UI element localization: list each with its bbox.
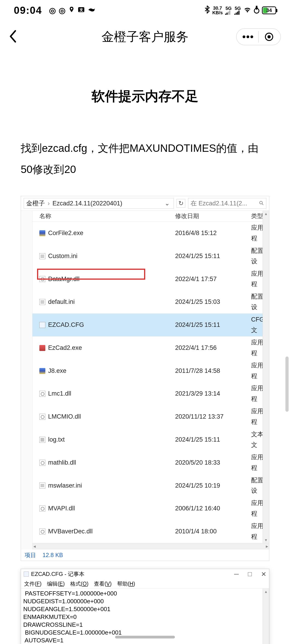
file-date: 2024/1/25 15:11: [175, 320, 251, 330]
file-row[interactable]: mathlib.dll2020/5/20 18:33应用程: [33, 451, 269, 474]
file-row[interactable]: MVAPI.dll2006/1/12 16:40应用程: [33, 497, 269, 520]
address-dropdown-icon[interactable]: ⌄: [163, 200, 171, 207]
breadcrumb[interactable]: 金橙子 › Ezcad2.14.11(20220401) ⌄: [24, 198, 174, 208]
file-name: Custom.ini: [48, 251, 78, 262]
file-row[interactable]: log.txt2024/1/25 15:11文本文: [33, 428, 269, 451]
net-rate: 30.7 KB/s: [212, 6, 223, 15]
page-scrollbar[interactable]: [285, 356, 288, 412]
status-left: 09:04 ◎ ◎ 支: [14, 4, 96, 16]
file-icon: [39, 528, 45, 534]
file-date: 2006/1/12 16:40: [175, 503, 251, 514]
text-line: NUDGEANGLE=1.500000e+001: [23, 605, 267, 613]
file-icon: [39, 230, 45, 236]
file-icon: [39, 506, 45, 512]
menu-edit[interactable]: 编辑(E): [47, 580, 65, 588]
file-date: 2021/3/29 13:14: [175, 388, 251, 399]
status-right: 30.7 KB/s 5G 5G 34: [204, 5, 276, 16]
svg-text:支: 支: [79, 7, 83, 12]
file-date: 2024/1/25 15:11: [175, 434, 251, 445]
scrollbar-vertical[interactable]: ▴ ▾: [263, 211, 269, 543]
footer-label: 项目: [25, 552, 36, 558]
maximize-button[interactable]: □: [248, 570, 252, 578]
minimize-button[interactable]: ─: [234, 570, 239, 578]
back-button[interactable]: [9, 30, 17, 44]
scroll-up-icon[interactable]: ▴: [265, 211, 267, 216]
header-actions: [236, 28, 281, 45]
col-name[interactable]: 名称: [33, 212, 175, 220]
file-date: 2011/7/28 14:58: [175, 366, 251, 376]
file-row[interactable]: CorFile2.exe2016/4/8 15:12应用程: [33, 222, 269, 245]
file-name: J8.exe: [48, 366, 67, 376]
file-row[interactable]: MVBaverDec.dll2010/1/4 18:00应用程: [33, 520, 269, 543]
explorer-search[interactable]: 在 Ezcad2.14.11(2...: [188, 198, 266, 208]
file-name: log.txt: [48, 434, 65, 445]
scrollbar-horizontal[interactable]: ◂ ▸: [33, 543, 269, 550]
file-row[interactable]: EZCAD.CFG2024/1/25 15:11CFG 文: [33, 314, 269, 336]
file-date: 2022/4/1 17:57: [175, 274, 251, 284]
text-line: ENMARKMUTEX=0: [23, 613, 267, 621]
crumb-sep: ›: [48, 200, 50, 207]
location-icon: [68, 6, 75, 15]
menu-file[interactable]: 文件(F): [24, 580, 42, 588]
file-icon: [39, 322, 45, 328]
file-icon: [39, 391, 45, 397]
battery-pct: 34: [266, 7, 272, 13]
home-indicator[interactable]: [115, 636, 175, 638]
charging-icon: [254, 6, 260, 15]
app-icon-3: 支: [78, 6, 85, 15]
text-line: NUDGEDIST=1.000000e+000: [23, 597, 267, 605]
signal-2: 5G: [234, 6, 241, 15]
file-date: 2024/1/25 10:19: [175, 480, 251, 491]
explorer-address-bar: 金橙子 › Ezcad2.14.11(20220401) ⌄ ↻ 在 Ezcad…: [21, 196, 269, 211]
file-name: mswlaser.ini: [48, 480, 82, 491]
text-line: BIGNUDGESCALE=1.000000e+001: [23, 628, 267, 636]
explorer-footer: 项目 12.8 KB: [21, 550, 269, 561]
file-name: mathlib.dll: [48, 458, 76, 468]
col-date[interactable]: 修改日期: [175, 212, 251, 220]
file-row[interactable]: Lmc1.dll2021/3/29 13:14应用程: [33, 382, 269, 405]
explorer-screenshot: 金橙子 › Ezcad2.14.11(20220401) ⌄ ↻ 在 Ezcad…: [21, 196, 269, 561]
scroll-right-icon[interactable]: ▸: [266, 544, 268, 549]
file-date: 2024/1/25 15:03: [175, 297, 251, 307]
crumb-1[interactable]: 金橙子: [26, 199, 45, 208]
svg-point-7: [267, 35, 271, 38]
explorer-main: 名称 修改日期 类型 CorFile2.exe2016/4/8 15:12应用程…: [33, 211, 269, 550]
np-scrollbar-vertical[interactable]: ▴ ▾: [263, 588, 269, 644]
refresh-button[interactable]: ↻: [177, 199, 185, 208]
scroll-down-icon[interactable]: ▾: [265, 538, 267, 542]
notepad-screenshot: EZCAD.CFG - 记事本 ─ □ ✕ 文件(F) 编辑(E) 格式(O) …: [21, 569, 269, 644]
window-buttons: ─ □ ✕: [234, 570, 266, 578]
menu-format[interactable]: 格式(O): [70, 580, 88, 588]
scroll-up-icon[interactable]: ▴: [265, 589, 267, 594]
file-name: MVAPI.dll: [48, 503, 75, 514]
crumb-2[interactable]: Ezcad2.14.11(20220401): [53, 200, 122, 207]
file-date: 2022/4/1 17:56: [175, 343, 251, 353]
signal-2-label: 5G: [235, 6, 241, 10]
file-date: 2016/4/8 15:12: [175, 228, 251, 238]
footer-size: 12.8 KB: [43, 552, 63, 558]
notepad-menu: 文件(F) 编辑(E) 格式(O) 查看(V) 帮助(H): [21, 579, 269, 588]
file-icon: [39, 368, 45, 374]
app-header: 金橙子客户服务: [0, 21, 290, 53]
file-icon: [39, 276, 45, 282]
menu-view[interactable]: 查看(V): [94, 580, 112, 588]
app-icon-2: ◎: [59, 6, 66, 15]
close-window-button[interactable]: ✕: [261, 570, 266, 578]
scroll-left-icon[interactable]: ◂: [33, 544, 36, 549]
file-row[interactable]: DataMgr.dll2022/4/1 17:57应用程: [33, 268, 269, 291]
file-date: 2020/5/20 18:33: [175, 458, 251, 468]
file-row[interactable]: mswlaser.ini2024/1/25 10:19配置设: [33, 474, 269, 497]
explorer-sidebar: [21, 211, 33, 550]
file-row[interactable]: EzCad2.exe2022/4/1 17:56应用程: [33, 336, 269, 360]
battery-icon: 34: [262, 6, 276, 14]
menu-help[interactable]: 帮助(H): [117, 580, 135, 588]
file-icon: [39, 253, 45, 259]
file-row[interactable]: J8.exe2011/7/28 14:58应用程: [33, 360, 269, 382]
file-row[interactable]: LMCMIO.dll2020/11/12 13:37应用程: [33, 405, 269, 428]
file-icon: [39, 299, 45, 305]
more-button[interactable]: [237, 35, 258, 38]
search-icon: [259, 200, 264, 207]
file-row[interactable]: default.ini2024/1/25 15:03配置设: [33, 290, 269, 314]
file-row[interactable]: Custom.ini2024/1/25 15:11配置设: [33, 245, 269, 268]
close-button[interactable]: [259, 32, 279, 42]
